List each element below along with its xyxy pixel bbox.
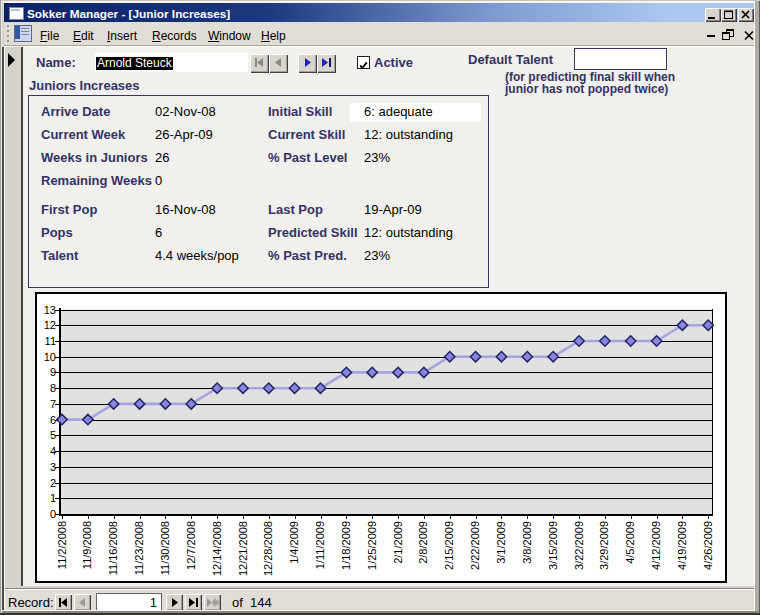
svg-text:1/18/2009: 1/18/2009: [340, 521, 352, 570]
svg-text:1/11/2009: 1/11/2009: [314, 521, 326, 569]
svg-text:4/12/2009: 4/12/2009: [650, 521, 662, 570]
svg-text:9: 9: [50, 366, 56, 378]
svg-text:5: 5: [50, 429, 56, 441]
svg-text:3/29/2009: 3/29/2009: [598, 521, 610, 570]
svg-text:11/30/2008: 11/30/2008: [159, 521, 171, 575]
svg-text:11/23/2008: 11/23/2008: [133, 521, 145, 575]
svg-text:4: 4: [50, 445, 56, 457]
svg-text:2/8/2009: 2/8/2009: [417, 521, 429, 564]
svg-text:4/19/2009: 4/19/2009: [676, 521, 688, 570]
svg-text:10: 10: [44, 351, 56, 363]
svg-text:13: 13: [44, 304, 56, 316]
svg-text:8: 8: [50, 382, 56, 394]
svg-text:2: 2: [50, 477, 56, 489]
svg-text:11/2/2008: 11/2/2008: [56, 521, 68, 569]
svg-text:2/1/2009: 2/1/2009: [392, 521, 404, 564]
svg-text:7: 7: [50, 398, 56, 410]
svg-text:12/21/2008: 12/21/2008: [237, 521, 249, 576]
svg-text:3/15/2009: 3/15/2009: [547, 521, 559, 570]
svg-text:3/1/2009: 3/1/2009: [495, 521, 507, 564]
svg-text:3/8/2009: 3/8/2009: [521, 521, 533, 564]
svg-text:11/16/2008: 11/16/2008: [107, 521, 119, 575]
svg-text:1/4/2009: 1/4/2009: [288, 521, 300, 564]
svg-text:4/26/2009: 4/26/2009: [702, 521, 714, 570]
svg-text:11/9/2008: 11/9/2008: [81, 521, 93, 569]
svg-text:12/14/2008: 12/14/2008: [211, 521, 223, 576]
svg-text:2/22/2009: 2/22/2009: [469, 521, 481, 570]
svg-text:4/5/2009: 4/5/2009: [624, 521, 636, 564]
svg-text:12/7/2008: 12/7/2008: [185, 521, 197, 570]
svg-text:2/15/2009: 2/15/2009: [443, 521, 455, 570]
svg-text:1/25/2009: 1/25/2009: [366, 521, 378, 570]
svg-text:0: 0: [50, 508, 56, 520]
svg-text:3: 3: [50, 461, 56, 473]
svg-text:6: 6: [50, 414, 56, 426]
svg-text:12/28/2008: 12/28/2008: [262, 521, 274, 576]
svg-text:1: 1: [50, 492, 56, 504]
svg-text:11: 11: [45, 335, 56, 347]
svg-text:3/22/2009: 3/22/2009: [573, 521, 585, 570]
svg-text:12: 12: [44, 319, 56, 331]
